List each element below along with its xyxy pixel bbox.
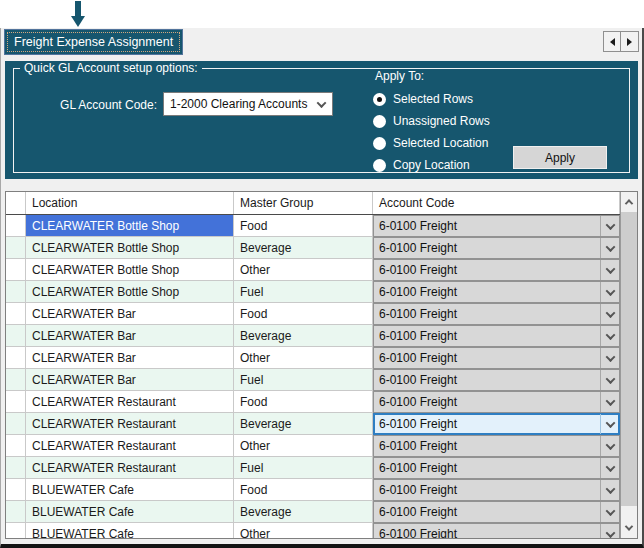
master-group-cell[interactable]: Other <box>234 259 373 280</box>
table-row: BLUEWATER Cafe Beverage 6-0100 Freight <box>6 501 620 523</box>
scrollbar-up-button[interactable] <box>621 192 637 212</box>
table-row: CLEARWATER Bar Other 6-0100 Freight <box>6 347 620 369</box>
row-selector-cell[interactable] <box>6 281 26 302</box>
account-code-cell: 6-0100 Freight <box>373 435 620 456</box>
master-group-cell[interactable]: Food <box>234 479 373 500</box>
radio-unassigned-rows[interactable]: Unassigned Rows <box>373 110 490 132</box>
account-code-combobox[interactable]: 6-0100 Freight <box>373 281 620 303</box>
location-cell[interactable]: BLUEWATER Cafe <box>26 479 234 500</box>
master-group-cell[interactable]: Food <box>234 215 373 236</box>
location-cell[interactable]: CLEARWATER Bar <box>26 303 234 324</box>
master-group-cell[interactable]: Beverage <box>234 413 373 434</box>
location-cell[interactable]: CLEARWATER Restaurant <box>26 457 234 478</box>
chevron-down-icon <box>625 522 633 530</box>
gl-account-code-value: 1-2000 Clearing Accounts <box>164 97 310 111</box>
master-group-cell[interactable]: Fuel <box>234 369 373 390</box>
table-row: CLEARWATER Bottle Shop Other 6-0100 Frei… <box>6 259 620 281</box>
master-group-cell[interactable]: Other <box>234 347 373 368</box>
row-selector-cell[interactable] <box>6 523 26 538</box>
master-group-cell[interactable]: Other <box>234 435 373 456</box>
chevron-down-icon <box>600 392 619 412</box>
tab-scroll-right-button[interactable] <box>621 31 639 52</box>
gl-account-code-combobox[interactable]: 1-2000 Clearing Accounts <box>163 92 333 116</box>
account-code-value: 6-0100 Freight <box>374 527 600 538</box>
account-code-combobox[interactable]: 6-0100 Freight <box>373 391 620 413</box>
row-selector-cell[interactable] <box>6 303 26 324</box>
row-selector-cell[interactable] <box>6 325 26 346</box>
account-code-combobox[interactable]: 6-0100 Freight <box>373 501 620 523</box>
master-group-cell[interactable]: Food <box>234 303 373 324</box>
radio-copy-location[interactable]: Copy Location <box>373 154 490 176</box>
master-group-cell[interactable]: Beverage <box>234 325 373 346</box>
chevron-down-icon <box>600 480 619 500</box>
chevron-down-icon <box>600 524 619 538</box>
row-selector-cell[interactable] <box>6 413 26 434</box>
column-header-account-code[interactable]: Account Code <box>373 192 620 214</box>
row-selector-cell[interactable] <box>6 479 26 500</box>
quick-gl-setup-panel: Quick GL Account setup options: GL Accou… <box>5 61 638 179</box>
row-selector-cell[interactable] <box>6 237 26 258</box>
account-code-value: 6-0100 Freight <box>374 263 600 277</box>
account-code-combobox[interactable]: 6-0100 Freight <box>373 237 620 259</box>
location-cell[interactable]: CLEARWATER Bottle Shop <box>26 281 234 302</box>
location-cell[interactable]: BLUEWATER Cafe <box>26 501 234 522</box>
radio-selected-rows[interactable]: Selected Rows <box>373 88 490 110</box>
row-selector-cell[interactable] <box>6 391 26 412</box>
master-group-cell[interactable]: Beverage <box>234 501 373 522</box>
location-cell[interactable]: CLEARWATER Restaurant <box>26 413 234 434</box>
master-group-cell[interactable]: Beverage <box>234 237 373 258</box>
account-code-cell: 6-0100 Freight <box>373 325 620 346</box>
account-code-combobox[interactable]: 6-0100 Freight <box>373 325 620 347</box>
apply-button[interactable]: Apply <box>513 146 607 169</box>
account-code-combobox[interactable]: 6-0100 Freight <box>373 435 620 457</box>
scrollbar-thumb[interactable] <box>621 212 637 506</box>
row-selector-cell[interactable] <box>6 501 26 522</box>
location-cell[interactable]: CLEARWATER Bar <box>26 347 234 368</box>
gl-account-code-label: GL Account Code: <box>25 98 157 112</box>
chevron-up-icon <box>625 199 633 207</box>
column-header-location[interactable]: Location <box>26 192 234 214</box>
row-selector-cell[interactable] <box>6 457 26 478</box>
chevron-down-icon <box>600 414 619 434</box>
master-group-cell[interactable]: Fuel <box>234 457 373 478</box>
location-cell[interactable]: CLEARWATER Bottle Shop <box>26 237 234 258</box>
location-cell[interactable]: CLEARWATER Bar <box>26 325 234 346</box>
scrollbar-track[interactable] <box>621 212 637 518</box>
location-cell[interactable]: CLEARWATER Restaurant <box>26 391 234 412</box>
account-code-combobox[interactable]: 6-0100 Freight <box>373 457 620 479</box>
master-group-cell[interactable]: Food <box>234 391 373 412</box>
row-selector-cell[interactable] <box>6 259 26 280</box>
location-cell[interactable]: CLEARWATER Bottle Shop <box>26 259 234 280</box>
account-code-combobox[interactable]: 6-0100 Freight <box>373 479 620 501</box>
vertical-scrollbar[interactable] <box>620 192 637 538</box>
column-header-master-group[interactable]: Master Group <box>234 192 373 214</box>
groupbox-title: Quick GL Account setup options: <box>20 61 202 75</box>
tab-label: Freight Expense Assignment <box>14 35 173 49</box>
location-cell[interactable]: CLEARWATER Bar <box>26 369 234 390</box>
radio-label: Unassigned Rows <box>393 114 490 128</box>
freight-expense-window: Freight Expense Assignment Quick GL Acco… <box>0 28 644 548</box>
radio-icon <box>373 115 386 128</box>
chevron-down-icon <box>600 458 619 478</box>
account-code-combobox[interactable]: 6-0100 Freight <box>373 523 620 538</box>
master-group-cell[interactable]: Other <box>234 523 373 538</box>
row-selector-cell[interactable] <box>6 347 26 368</box>
account-code-combobox[interactable]: 6-0100 Freight <box>373 303 620 325</box>
account-code-combobox[interactable]: 6-0100 Freight <box>373 215 620 237</box>
tab-freight-expense-assignment[interactable]: Freight Expense Assignment <box>4 29 183 55</box>
location-cell[interactable]: BLUEWATER Cafe <box>26 523 234 538</box>
row-selector-cell[interactable] <box>6 369 26 390</box>
account-code-combobox[interactable]: 6-0100 Freight <box>373 413 620 435</box>
master-group-cell[interactable]: Fuel <box>234 281 373 302</box>
account-code-combobox[interactable]: 6-0100 Freight <box>373 369 620 391</box>
row-selector-cell[interactable] <box>6 215 26 236</box>
account-code-cell: 6-0100 Freight <box>373 259 620 280</box>
scrollbar-down-button[interactable] <box>621 518 637 538</box>
location-cell[interactable]: CLEARWATER Bottle Shop <box>26 215 234 236</box>
row-selector-cell[interactable] <box>6 435 26 456</box>
account-code-combobox[interactable]: 6-0100 Freight <box>373 347 620 369</box>
location-cell[interactable]: CLEARWATER Restaurant <box>26 435 234 456</box>
tab-scroll-left-button[interactable] <box>603 31 621 52</box>
radio-selected-location[interactable]: Selected Location <box>373 132 490 154</box>
account-code-combobox[interactable]: 6-0100 Freight <box>373 259 620 281</box>
